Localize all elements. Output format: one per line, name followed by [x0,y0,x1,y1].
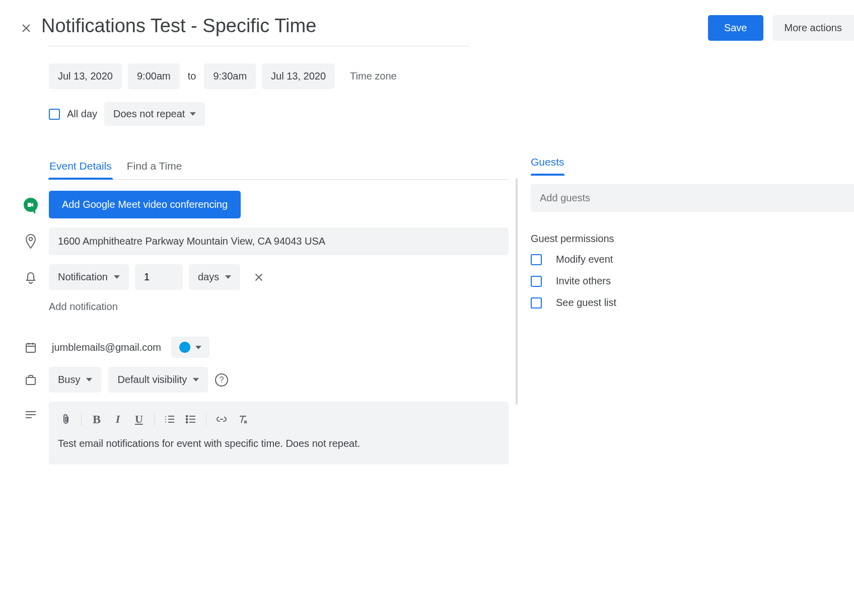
numbered-list-icon[interactable] [160,411,180,428]
modify-event-checkbox[interactable] [531,254,542,265]
calendar-icon [25,341,37,353]
event-title-input[interactable] [41,15,464,41]
add-meet-button[interactable]: Add Google Meet video conferencing [49,191,241,218]
modify-event-label: Modify event [556,254,613,265]
svg-rect-2 [26,377,35,384]
color-dot [179,342,190,353]
chevron-down-icon [114,275,120,279]
busy-dropdown[interactable]: Busy [49,367,101,393]
timezone-link[interactable]: Time zone [350,70,397,82]
invite-others-label: Invite others [556,275,611,287]
chevron-down-icon [190,112,196,116]
tab-event-details[interactable]: Event Details [48,156,113,179]
bullet-list-icon[interactable] [181,411,201,428]
more-actions-button[interactable]: More actions [772,15,855,41]
start-date-chip[interactable]: Jul 13, 2020 [49,63,122,89]
svg-rect-1 [26,344,35,352]
permissions-heading: Guest permissions [531,233,854,245]
location-input[interactable] [49,227,509,255]
location-icon [25,234,37,249]
svg-point-3 [186,416,188,417]
chevron-down-icon [225,275,231,279]
start-time-chip[interactable]: 9:00am [128,63,180,89]
svg-point-4 [186,419,188,420]
to-label: to [188,70,196,82]
notification-type-dropdown[interactable]: Notification [49,264,129,290]
clear-format-icon[interactable] [233,411,253,428]
notification-unit-dropdown[interactable]: days [189,264,240,290]
bell-icon [25,271,37,284]
calendar-email: jumblemails@gmail.com [52,342,161,353]
link-icon[interactable] [211,411,232,428]
see-guest-list-label: See guest list [556,297,616,309]
tab-find-a-time[interactable]: Find a Time [126,156,183,179]
chevron-down-icon [195,346,201,349]
invite-others-checkbox[interactable] [531,276,542,287]
help-icon[interactable]: ? [215,373,228,387]
svg-point-0 [29,237,32,240]
italic-icon[interactable]: I [108,411,128,428]
chevron-down-icon [193,378,199,381]
see-guest-list-checkbox[interactable] [531,297,542,309]
hangouts-icon [24,198,38,212]
svg-point-5 [186,422,188,423]
attach-icon[interactable] [56,411,76,428]
add-notification-button[interactable]: Add notification [49,301,118,313]
remove-notification-icon[interactable] [253,272,264,283]
description-text[interactable]: Test email notifications for event with … [49,435,509,449]
tab-guests[interactable]: Guests [531,156,564,175]
scroll-indicator [516,178,518,405]
underline-icon[interactable]: U [129,411,149,428]
add-guests-input[interactable] [531,184,854,212]
end-date-chip[interactable]: Jul 13, 2020 [262,63,335,89]
bold-icon[interactable]: B [87,411,107,428]
end-time-chip[interactable]: 9:30am [204,63,256,89]
allday-checkbox[interactable] [49,109,60,120]
allday-label: All day [67,108,97,120]
close-icon[interactable] [20,22,32,34]
save-button[interactable]: Save [708,15,763,41]
description-icon [25,411,36,419]
visibility-dropdown[interactable]: Default visibility [108,367,208,393]
description-editor[interactable]: B I U [49,402,509,465]
briefcase-icon [25,374,37,386]
event-color-dropdown[interactable] [171,337,209,358]
chevron-down-icon [86,378,92,381]
notification-value-input[interactable] [135,264,183,290]
repeat-dropdown[interactable]: Does not repeat [104,102,205,126]
